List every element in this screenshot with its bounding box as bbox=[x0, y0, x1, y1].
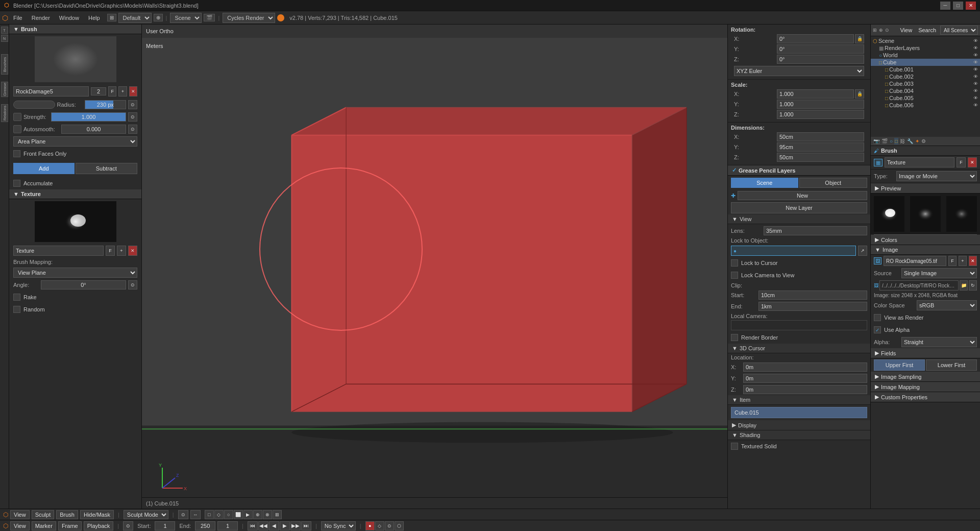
bb2-key-btn2[interactable]: ◇ bbox=[375, 521, 384, 530]
image-path-folder-btn[interactable]: 📁 bbox=[960, 280, 968, 291]
scene-icon[interactable]: 🎬 bbox=[204, 14, 215, 21]
menu-window[interactable]: Window bbox=[55, 14, 83, 22]
colors-toggle[interactable]: ▶ Colors bbox=[871, 235, 980, 245]
scale-x-value[interactable]: 1.000 bbox=[777, 89, 854, 99]
viewport[interactable]: User Ortho Meters bbox=[142, 25, 727, 509]
bb1-icon-7[interactable]: ⊗ bbox=[263, 510, 272, 519]
cursor-section-header[interactable]: ▼ 3D Cursor bbox=[728, 344, 870, 353]
bb2-marker-btn[interactable]: Marker bbox=[32, 521, 56, 530]
scale-x-lock[interactable]: 🔒 bbox=[855, 89, 864, 99]
angle-btn[interactable]: ⊙ bbox=[128, 280, 137, 289]
autosmooth-bar[interactable]: 0.000 bbox=[61, 125, 126, 134]
custom-props-toggle[interactable]: ▶ Custom Properties bbox=[871, 392, 980, 402]
tree-item-cube002[interactable]: □ Cube.002 👁 bbox=[871, 73, 980, 80]
image-sampling-toggle[interactable]: ▶ Image Sampling bbox=[871, 372, 980, 382]
gp-scene-btn[interactable]: Scene bbox=[731, 178, 798, 188]
props-x-btn[interactable]: ✕ bbox=[968, 157, 977, 167]
side-icon-options[interactable]: N bbox=[1, 35, 8, 42]
bb2-key-btn3[interactable]: ⊙ bbox=[385, 521, 394, 530]
accumulate-cb[interactable] bbox=[13, 180, 20, 187]
cube006-eye[interactable]: 👁 bbox=[973, 103, 978, 108]
menu-file[interactable]: File bbox=[9, 14, 27, 22]
lens-value[interactable]: 35mm bbox=[764, 226, 867, 235]
scale-y-value[interactable]: 1.000 bbox=[777, 100, 864, 109]
shading-section-header[interactable]: ▼ Shading bbox=[728, 430, 870, 440]
angle-bar[interactable]: 0° bbox=[41, 280, 126, 289]
prop-icon-object[interactable]: □ bbox=[894, 138, 898, 144]
bb2-play-toggle[interactable]: ⊙ bbox=[123, 521, 133, 530]
lock-object-input[interactable]: ● bbox=[731, 246, 856, 256]
minimize-btn[interactable]: ─ bbox=[940, 2, 950, 10]
prop-icon-modifiers[interactable]: 🔧 bbox=[906, 138, 914, 144]
bb2-jump-start[interactable]: ⏮ bbox=[248, 521, 258, 530]
bb2-play-back[interactable]: ◀ bbox=[269, 521, 279, 530]
tree-item-cube[interactable]: □ Cube 👁 bbox=[871, 59, 980, 66]
bb1-icon-4[interactable]: ⬜ bbox=[234, 510, 243, 519]
bb1-hide-mask-btn[interactable]: Hide/Mask bbox=[80, 510, 114, 519]
fields-toggle[interactable]: ▶ Fields bbox=[871, 348, 980, 358]
brush-name-input[interactable] bbox=[13, 86, 89, 96]
world-eye[interactable]: 👁 bbox=[973, 53, 978, 58]
brush-F-btn[interactable]: F bbox=[108, 86, 116, 96]
scene-select[interactable]: Scene bbox=[170, 13, 202, 23]
rl-eye[interactable]: 👁 bbox=[973, 45, 978, 51]
bb1-icon-3[interactable]: ○ bbox=[224, 510, 233, 519]
lower-first-btn[interactable]: Lower First bbox=[926, 359, 977, 371]
cube005-eye[interactable]: 👁 bbox=[973, 95, 978, 101]
bb2-view-btn[interactable]: View bbox=[10, 521, 30, 530]
scene-icon3[interactable]: ⊙ bbox=[885, 28, 889, 33]
cursor-z-value[interactable]: 0m bbox=[743, 385, 867, 394]
dim-x-value[interactable]: 50cm bbox=[777, 132, 864, 141]
image-path-value[interactable]: /../../../../Desktop/Tiff/RO RockDamag..… bbox=[879, 280, 959, 291]
textured-solid-cb[interactable] bbox=[731, 443, 738, 450]
view-btn[interactable]: View bbox=[898, 27, 914, 33]
tree-item-world[interactable]: ○ World 👁 bbox=[871, 52, 980, 59]
dim-y-value[interactable]: 95cm bbox=[777, 142, 864, 152]
tree-item-scene[interactable]: ⬡ Scene 👁 bbox=[871, 37, 980, 44]
all-scenes-select[interactable]: All Scenes bbox=[940, 26, 978, 35]
subtract-btn[interactable]: Subtract bbox=[76, 163, 138, 174]
area-plane-select[interactable]: Area Plane bbox=[13, 136, 137, 147]
cursor-x-value[interactable]: 0m bbox=[743, 363, 867, 372]
search-btn[interactable]: Search bbox=[916, 27, 938, 33]
bb1-transform-btn[interactable]: ↔ bbox=[190, 510, 201, 519]
menu-render[interactable]: Render bbox=[28, 14, 54, 22]
bb2-key-btn1[interactable]: ● bbox=[365, 521, 375, 530]
clip-start-value[interactable]: 10cm bbox=[758, 291, 867, 300]
bb2-play-fwd[interactable]: ▶ bbox=[280, 521, 290, 530]
layout-select[interactable]: Default bbox=[118, 13, 152, 23]
tree-item-cube005[interactable]: □ Cube.005 👁 bbox=[871, 94, 980, 102]
prop-icon-scene[interactable]: 🎬 bbox=[881, 138, 888, 144]
strength-btn[interactable]: ⊙ bbox=[128, 112, 137, 122]
bb1-icon-1[interactable]: □ bbox=[205, 510, 214, 519]
use-alpha-cb[interactable] bbox=[874, 326, 881, 333]
cube001-eye[interactable]: 👁 bbox=[973, 67, 978, 72]
view-plane-select[interactable]: View Plane bbox=[13, 268, 137, 278]
side-icon-grease[interactable]: Grease bbox=[1, 82, 8, 97]
bb1-pivot-btn[interactable]: ⊙ bbox=[178, 510, 188, 519]
cube004-eye[interactable]: 👁 bbox=[973, 88, 978, 93]
tree-item-renderlayers[interactable]: ▦ RenderLayers 👁 bbox=[871, 44, 980, 52]
menu-help[interactable]: Help bbox=[84, 14, 104, 22]
scene-icon2[interactable]: ⊕ bbox=[879, 28, 883, 33]
bb2-start-input[interactable] bbox=[155, 521, 175, 530]
lock-object-btn[interactable]: ↗ bbox=[858, 246, 867, 256]
bb1-icon-6[interactable]: ⊕ bbox=[253, 510, 262, 519]
gp-new-layer-btn[interactable]: New Layer bbox=[731, 202, 867, 213]
rake-cb[interactable] bbox=[13, 294, 20, 301]
rot-mode-select[interactable]: XYZ Euler bbox=[734, 66, 864, 76]
bb2-frame-input[interactable] bbox=[217, 521, 238, 530]
texture-F-btn[interactable]: F bbox=[106, 246, 115, 256]
add-btn[interactable]: Add bbox=[13, 163, 75, 174]
side-icon-tools[interactable]: T bbox=[1, 27, 8, 34]
rot-y-value[interactable]: 0° bbox=[777, 44, 864, 54]
image-toggle[interactable]: ▼ Image bbox=[871, 245, 980, 255]
bb2-prev-key[interactable]: ◀◀ bbox=[258, 521, 268, 530]
colorspace-select[interactable]: sRGB bbox=[917, 300, 977, 310]
local-camera-input[interactable] bbox=[731, 320, 867, 330]
lock-cursor-cb[interactable] bbox=[731, 259, 738, 267]
cube-eye[interactable]: 👁 bbox=[973, 60, 978, 65]
gp-header[interactable]: ✓ Grease Pencil Layers bbox=[728, 165, 870, 176]
engine-select[interactable]: Cycles Render bbox=[223, 13, 275, 23]
rot-z-value[interactable]: 0° bbox=[777, 55, 864, 64]
